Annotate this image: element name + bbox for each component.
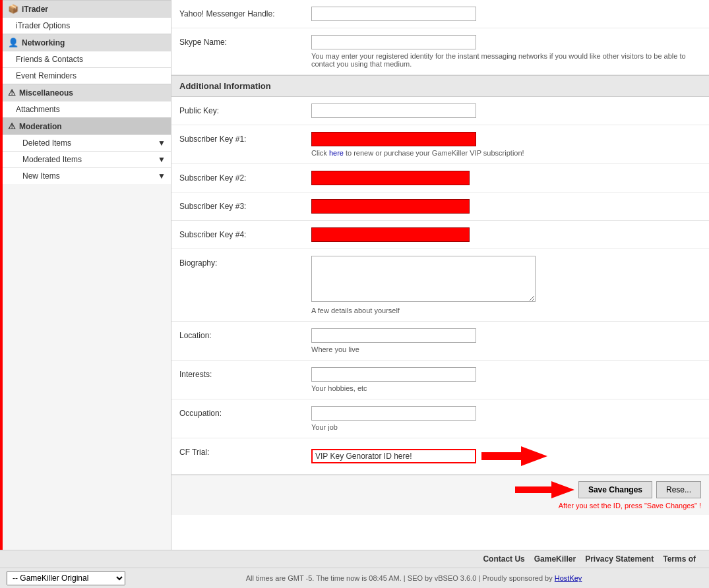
location-input[interactable] — [311, 328, 476, 343]
skype-field: You may enter your registered identity f… — [311, 35, 701, 68]
hostkey-link[interactable]: HostKey — [555, 574, 582, 582]
interests-hint: Your hobbies, etc — [311, 384, 701, 392]
sub-key3-field — [311, 199, 701, 214]
sidebar-section-moderation-label: Moderation — [19, 122, 62, 131]
location-label: Location: — [179, 328, 311, 340]
sub-key3-input[interactable] — [311, 199, 470, 214]
sidebar-item-friends[interactable]: Friends & Contacts — [3, 51, 171, 67]
location-hint: Where you live — [311, 345, 701, 353]
sidebar-section-itrader-label: iTrader — [22, 5, 48, 14]
main-content: Yahoo! Messenger Handle: Skype Name: You… — [171, 0, 709, 550]
chevron-down-icon: ▼ — [158, 155, 166, 164]
cf-trial-field — [311, 445, 701, 467]
public-key-field — [311, 103, 701, 118]
sub-key3-row: Subscriber Key #3: — [171, 192, 709, 221]
moderation-icon: ⚠ — [8, 121, 16, 131]
interests-field: Your hobbies, etc — [311, 367, 701, 392]
skype-row: Skype Name: You may enter your registere… — [171, 28, 709, 75]
skype-label: Skype Name: — [179, 35, 311, 47]
yahoo-input[interactable] — [311, 7, 476, 21]
skype-input[interactable] — [311, 35, 476, 49]
svg-rect-0 — [481, 452, 521, 460]
sub-key4-label: Subscriber Key #4: — [179, 227, 311, 239]
biography-label: Biography: — [179, 256, 311, 268]
public-key-input[interactable] — [311, 103, 476, 118]
sidebar-item-attachments[interactable]: Attachments — [3, 101, 171, 117]
sub-key2-label: Subscriber Key #2: — [179, 171, 311, 183]
sidebar-section-itrader: 📦 iTrader — [3, 0, 171, 17]
sidebar-item-event-reminders[interactable]: Event Reminders — [3, 67, 171, 84]
footer-link-gamekiller[interactable]: GameKiller — [534, 554, 576, 564]
itrader-icon: 📦 — [8, 4, 18, 14]
sub-key4-row: Subscriber Key #4: — [171, 221, 709, 249]
occupation-input[interactable] — [311, 406, 476, 421]
sidebar-item-moderated-items[interactable]: Moderated Items ▼ — [3, 151, 171, 167]
sub-key4-input[interactable] — [311, 227, 470, 242]
public-key-row: Public Key: — [171, 97, 709, 125]
save-changes-button[interactable]: Save Changes — [578, 481, 652, 498]
networking-icon: 👤 — [8, 38, 18, 47]
buttons-row: Save Changes Rese... — [179, 481, 701, 499]
biography-field: A few details about yourself — [311, 256, 701, 314]
location-field: Where you live — [311, 328, 701, 353]
occupation-label: Occupation: — [179, 406, 311, 418]
bottom-buttons-area: Save Changes Rese... After you set the I… — [171, 475, 709, 515]
sub-key2-field — [311, 171, 701, 185]
yahoo-label: Yahoo! Messenger Handle: — [179, 7, 311, 18]
interests-input[interactable] — [311, 367, 476, 382]
right-arrow-icon — [481, 445, 547, 467]
interests-row: Interests: Your hobbies, etc — [171, 361, 709, 399]
sub-key1-field: Click here to renew or purchase your Gam… — [311, 132, 701, 157]
svg-marker-3 — [551, 481, 574, 498]
yahoo-field — [311, 7, 701, 21]
public-key-label: Public Key: — [179, 103, 311, 115]
sidebar-section-moderation: ⚠ Moderation — [3, 117, 171, 134]
sub-key4-field — [311, 227, 701, 242]
occupation-field: Your job — [311, 406, 701, 431]
additional-info-heading: Additional Information — [171, 75, 709, 97]
chevron-down-icon: ▼ — [158, 171, 166, 181]
footer-links-bar: Contact Us GameKiller Privacy Statement … — [0, 550, 709, 568]
skype-hint: You may enter your registered identity f… — [311, 52, 701, 68]
sidebar-section-networking-label: Networking — [22, 38, 65, 47]
bottom-footer-text: All times are GMT -5. The time now is 08… — [125, 574, 702, 582]
occupation-hint: Your job — [311, 423, 701, 431]
biography-row: Biography: A few details about yourself — [171, 249, 709, 322]
save-arrow-icon — [515, 481, 574, 499]
theme-bar: -- GameKiller Original All times are GMT… — [0, 568, 709, 588]
cf-trial-label: CF Trial: — [179, 445, 311, 457]
sidebar-item-itrader-options[interactable]: iTrader Options — [3, 17, 171, 34]
misc-icon: ⚠ — [8, 88, 16, 98]
sub-key1-label: Subscriber Key #1: — [179, 132, 311, 144]
reset-button[interactable]: Rese... — [656, 481, 701, 498]
biography-hint: A few details about yourself — [311, 307, 701, 314]
sub-key1-row: Subscriber Key #1: Click here to renew o… — [171, 125, 709, 164]
sub-key2-row: Subscriber Key #2: — [171, 164, 709, 192]
theme-select[interactable]: -- GameKiller Original — [7, 571, 125, 585]
footer-link-privacy[interactable]: Privacy Statement — [585, 554, 654, 564]
svg-rect-2 — [515, 486, 551, 493]
sub-key1-input[interactable] — [311, 132, 476, 146]
yahoo-row: Yahoo! Messenger Handle: — [171, 0, 709, 28]
sidebar-item-new-items[interactable]: New Items ▼ — [3, 167, 171, 184]
chevron-down-icon: ▼ — [158, 138, 166, 148]
save-hint: After you set the ID, press "Save Change… — [179, 502, 701, 510]
sub-key3-label: Subscriber Key #3: — [179, 199, 311, 211]
sidebar: 📦 iTrader iTrader Options 👤 Networking F… — [0, 0, 171, 550]
footer-link-terms[interactable]: Terms of — [663, 554, 696, 564]
sub-key2-input[interactable] — [311, 171, 470, 185]
biography-input[interactable] — [311, 256, 536, 302]
location-row: Location: Where you live — [171, 322, 709, 361]
occupation-row: Occupation: Your job — [171, 399, 709, 438]
sub-key1-hint: Click here to renew or purchase your Gam… — [311, 149, 701, 157]
cf-trial-input[interactable] — [311, 449, 476, 463]
cf-trial-row: CF Trial: — [171, 438, 709, 475]
sub-key1-link[interactable]: here — [329, 149, 344, 157]
footer-link-contact[interactable]: Contact Us — [483, 554, 524, 564]
sidebar-section-misc: ⚠ Miscellaneous — [3, 84, 171, 101]
svg-marker-1 — [521, 446, 547, 466]
sidebar-section-networking: 👤 Networking — [3, 34, 171, 51]
sidebar-item-deleted-items[interactable]: Deleted Items ▼ — [3, 134, 171, 151]
interests-label: Interests: — [179, 367, 311, 379]
sidebar-section-misc-label: Miscellaneous — [19, 88, 73, 98]
